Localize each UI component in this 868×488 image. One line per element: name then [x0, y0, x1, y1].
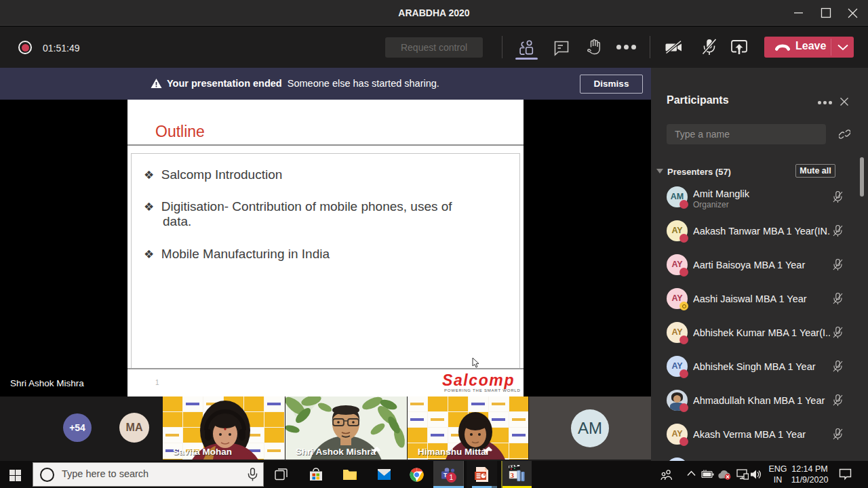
svg-text:Shri Ashok Mishra: Shri Ashok Mishra: [296, 447, 376, 457]
svg-text:Savita Mohan: Savita Mohan: [173, 447, 232, 457]
svg-text:Himanshu Mittal: Himanshu Mittal: [418, 447, 488, 457]
svg-text:3: 3: [511, 471, 515, 479]
